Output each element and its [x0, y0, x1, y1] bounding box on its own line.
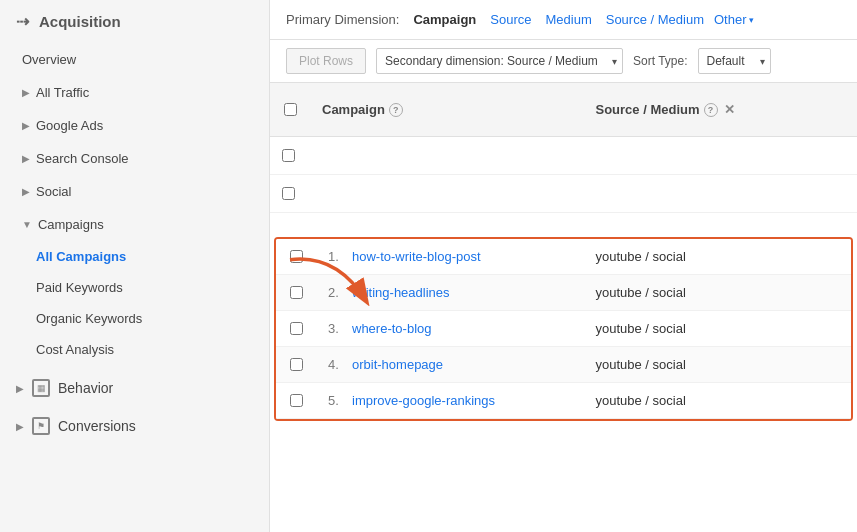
table-header: Campaign ? Source / Medium ? ✕ — [270, 83, 857, 137]
row-3-checkbox[interactable] — [290, 322, 303, 335]
row-2-source-medium: youtube / social — [584, 275, 852, 310]
table-row: 4. orbit-homepage youtube / social — [276, 347, 851, 383]
row-5-source-medium: youtube / social — [584, 383, 852, 418]
source-medium-help-icon[interactable]: ? — [704, 103, 718, 117]
row-2-num: 2. — [328, 285, 344, 300]
dim-option-source[interactable]: Source — [486, 10, 535, 29]
sidebar-item-paid-keywords[interactable]: Paid Keywords — [0, 272, 269, 303]
google-ads-arrow: ▶ — [22, 120, 30, 131]
row-4-campaign-link[interactable]: orbit-homepage — [352, 357, 443, 372]
row-1-source-medium: youtube / social — [584, 239, 852, 274]
dim-option-campaign[interactable]: Campaign — [409, 10, 480, 29]
all-campaigns-label: All Campaigns — [36, 249, 126, 264]
social-arrow: ▶ — [22, 186, 30, 197]
sidebar-item-overview[interactable]: Overview — [0, 43, 269, 76]
all-traffic-arrow: ▶ — [22, 87, 30, 98]
column-header-source-medium: Source / Medium ? ✕ — [584, 93, 858, 126]
behavior-label: Behavior — [58, 380, 113, 396]
campaigns-arrow: ▼ — [22, 219, 32, 230]
row-checkbox[interactable] — [282, 149, 295, 162]
dim-option-source-medium[interactable]: Source / Medium — [602, 10, 708, 29]
table-row: 3. where-to-blog youtube / social — [276, 311, 851, 347]
primary-dim-label: Primary Dimension: — [286, 12, 399, 27]
conversions-label: Conversions — [58, 418, 136, 434]
row-1-campaign-link[interactable]: how-to-write-blog-post — [352, 249, 481, 264]
table-container: Campaign ? Source / Medium ? ✕ — [270, 83, 857, 532]
conversions-arrow: ▶ — [16, 421, 24, 432]
other-chevron-icon: ▾ — [749, 15, 754, 25]
plot-rows-button[interactable]: Plot Rows — [286, 48, 366, 74]
sidebar-section-behavior[interactable]: ▶ ▦ Behavior — [0, 369, 269, 407]
search-console-label: Search Console — [36, 151, 129, 166]
sidebar-item-all-traffic[interactable]: ▶ All Traffic — [0, 76, 269, 109]
row-4-checkbox[interactable] — [290, 358, 303, 371]
source-medium-close-icon[interactable]: ✕ — [724, 102, 735, 117]
highlighted-rows-section: 1. how-to-write-blog-post youtube / soci… — [274, 237, 853, 421]
conversions-icon: ⚑ — [32, 417, 50, 435]
sidebar-item-campaigns[interactable]: ▼ Campaigns — [0, 208, 269, 241]
dim-option-other[interactable]: Other ▾ — [714, 12, 754, 27]
sidebar-section-conversions[interactable]: ▶ ⚑ Conversions — [0, 407, 269, 445]
secondary-dim-select[interactable]: Secondary dimension: Source / Medium — [376, 48, 623, 74]
table-row: 1. how-to-write-blog-post youtube / soci… — [276, 239, 851, 275]
sort-default-wrapper: Default ▾ — [698, 48, 771, 74]
sort-type-label: Sort Type: — [633, 54, 687, 68]
dim-option-medium[interactable]: Medium — [541, 10, 595, 29]
google-ads-label: Google Ads — [36, 118, 103, 133]
organic-keywords-label: Organic Keywords — [36, 311, 142, 326]
campaign-help-icon[interactable]: ? — [389, 103, 403, 117]
campaign-col-label: Campaign — [322, 102, 385, 117]
sidebar-item-search-console[interactable]: ▶ Search Console — [0, 142, 269, 175]
empty-row-2 — [270, 175, 857, 213]
behavior-icon: ▦ — [32, 379, 50, 397]
row-3-campaign-link[interactable]: where-to-blog — [352, 321, 432, 336]
row-5-checkbox[interactable] — [290, 394, 303, 407]
sidebar-header[interactable]: ⇢ Acquisition — [0, 0, 269, 43]
column-header-campaign: Campaign ? — [310, 93, 584, 126]
source-medium-col-label: Source / Medium — [596, 102, 700, 117]
cost-analysis-label: Cost Analysis — [36, 342, 114, 357]
sidebar: ⇢ Acquisition Overview ▶ All Traffic ▶ G… — [0, 0, 270, 532]
acquisition-icon: ⇢ — [16, 12, 29, 31]
row-1-num: 1. — [328, 249, 344, 264]
header-checkbox-cell — [270, 93, 310, 126]
search-console-arrow: ▶ — [22, 153, 30, 164]
table-row: 2. writing-headlines youtube / social — [276, 275, 851, 311]
row-5-num: 5. — [328, 393, 344, 408]
behavior-arrow: ▶ — [16, 383, 24, 394]
table-row: 5. improve-google-rankings youtube / soc… — [276, 383, 851, 419]
sidebar-item-cost-analysis[interactable]: Cost Analysis — [0, 334, 269, 365]
row-2-campaign-link[interactable]: writing-headlines — [352, 285, 450, 300]
sort-default-select[interactable]: Default — [698, 48, 771, 74]
paid-keywords-label: Paid Keywords — [36, 280, 123, 295]
row-checkbox[interactable] — [282, 187, 295, 200]
sidebar-item-all-campaigns[interactable]: All Campaigns — [0, 241, 269, 272]
row-3-source-medium: youtube / social — [584, 311, 852, 346]
sidebar-item-google-ads[interactable]: ▶ Google Ads — [0, 109, 269, 142]
campaigns-label: Campaigns — [38, 217, 104, 232]
overview-label: Overview — [22, 52, 76, 67]
row-2-checkbox[interactable] — [290, 286, 303, 299]
row-1-checkbox[interactable] — [290, 250, 303, 263]
sidebar-item-organic-keywords[interactable]: Organic Keywords — [0, 303, 269, 334]
sidebar-item-social[interactable]: ▶ Social — [0, 175, 269, 208]
main-content: Primary Dimension: Campaign Source Mediu… — [270, 0, 857, 532]
select-all-checkbox[interactable] — [284, 103, 297, 116]
sidebar-section-label: Acquisition — [39, 13, 121, 30]
toolbar: Plot Rows Secondary dimension: Source / … — [270, 40, 857, 83]
row-4-source-medium: youtube / social — [584, 347, 852, 382]
empty-rows-placeholder — [270, 137, 857, 237]
social-label: Social — [36, 184, 71, 199]
row-4-num: 4. — [328, 357, 344, 372]
row-3-num: 3. — [328, 321, 344, 336]
empty-row-1 — [270, 137, 857, 175]
secondary-dim-wrapper: Secondary dimension: Source / Medium ▾ — [376, 48, 623, 74]
row-5-campaign-link[interactable]: improve-google-rankings — [352, 393, 495, 408]
primary-dim-bar: Primary Dimension: Campaign Source Mediu… — [270, 0, 857, 40]
all-traffic-label: All Traffic — [36, 85, 89, 100]
